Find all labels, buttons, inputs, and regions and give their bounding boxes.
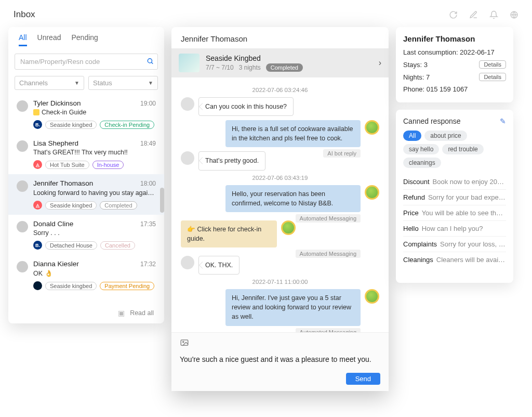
compose-icon[interactable]	[469, 10, 478, 19]
canned-filter-chip[interactable]: about price	[424, 131, 467, 141]
message-bubble: Hello, your reservation has been confirm…	[225, 185, 361, 212]
message-source-badge: Automated Messaging	[296, 250, 361, 258]
profile-line: Nights: 7Details	[403, 71, 506, 83]
host-message: Hi, Jennifer. I've just gave you a 5 sta…	[181, 289, 379, 325]
status-chip: In-house	[92, 161, 124, 169]
channel-icon: B.	[33, 120, 42, 129]
guest-message: OK. THX.	[181, 256, 296, 275]
mark-read-icon[interactable]: ▣	[118, 309, 125, 317]
timestamp: 2022-07-11 11:00:00	[181, 279, 379, 285]
reservation-status: Completed	[266, 63, 303, 72]
guest-name: Dianna Kiesler	[33, 260, 79, 268]
conversation-item[interactable]: Tyler Dickinson19:00 Check-in Guide B. S…	[8, 94, 164, 134]
host-message: 👉 Click here for check-in guide.	[181, 220, 296, 247]
send-button[interactable]: Send	[346, 373, 380, 385]
canned-filter-chip[interactable]: say hello	[403, 144, 439, 154]
avatar	[17, 221, 28, 232]
chat-guest-name: Jennifer Thomason	[171, 27, 389, 48]
stay-dates: 7/7 ~ 7/10	[206, 64, 234, 71]
status-chip: Check-in Pending	[100, 121, 154, 129]
message-time: 18:49	[140, 140, 156, 147]
canned-item[interactable]: CleaningsCleaners will be availabl...	[403, 252, 506, 267]
chat-panel: Jennifer Thomason Seaside Kingbed 7/7 ~ …	[171, 27, 389, 391]
scrollbar-thumb[interactable]	[160, 188, 164, 213]
chat-messages: 2022-07-06 03:24:46Can you cook in this …	[171, 77, 389, 332]
globe-icon[interactable]	[510, 10, 518, 19]
message-preview: Sorry . . .	[33, 229, 156, 237]
canned-filter-chip[interactable]: cleanings	[403, 158, 441, 168]
message-bubble: Can you cook in this house?	[198, 97, 294, 116]
reservation-bar[interactable]: Seaside Kingbed 7/7 ~ 7/10 3 nights Comp…	[171, 48, 389, 77]
message-bubble: OK. THX.	[198, 256, 240, 275]
profile-line: Last consumption: 2022-06-17	[403, 46, 506, 58]
conversation-item[interactable]: Jennifer Thomason18:00 Looking forward t…	[8, 174, 164, 215]
message-time: 18:00	[140, 180, 156, 187]
guest-name: Jennifer Thomason	[33, 179, 93, 187]
avatar	[17, 180, 28, 192]
canned-value: How can I help you?	[422, 225, 483, 232]
tab-all[interactable]: All	[19, 33, 27, 46]
guest-name: Tyler Dickinson	[33, 99, 81, 107]
message-time: 17:32	[140, 260, 156, 268]
canned-value: You will be able to see the pri...	[422, 209, 506, 217]
message-source-badge: AI bot reply	[323, 149, 361, 158]
guest-message: Can you cook in this house?	[181, 97, 379, 116]
bell-icon[interactable]	[489, 10, 498, 19]
status-filter[interactable]: Status▼	[88, 76, 158, 90]
message-preview: Looking forward to having you stay again…	[33, 189, 156, 197]
conversation-item[interactable]: Donald Cline17:35 Sorry . . . B. Detache…	[8, 215, 164, 255]
channels-filter[interactable]: Channels▼	[15, 76, 84, 90]
details-button[interactable]: Details	[479, 60, 506, 69]
message-source-badge: Automated Messaging	[296, 214, 361, 223]
details-button[interactable]: Details	[479, 73, 506, 81]
message-preview: OK 👌	[33, 269, 156, 277]
page-title: Inbox	[14, 9, 35, 20]
conversation-item[interactable]: Dianna Kiesler17:32 OK 👌 Seaside kingbed…	[8, 255, 164, 295]
timestamp: 2022-07-06 03:43:19	[181, 175, 379, 181]
tab-unread[interactable]: Unread	[37, 33, 61, 46]
profile-name: Jennifer Thomason	[403, 34, 506, 43]
image-attach-icon[interactable]	[180, 338, 189, 350]
channel-icon: ◬	[33, 201, 42, 210]
guest-message: That's pretty good.	[181, 151, 323, 170]
search-input[interactable]	[15, 54, 158, 70]
canned-item[interactable]: HelloHow can I help you?	[403, 220, 506, 236]
host-avatar	[365, 289, 379, 304]
host-avatar	[281, 220, 296, 235]
canned-key: Hello	[403, 225, 419, 232]
compose-text[interactable]: You're such a nice guest and it was a pl…	[180, 353, 380, 373]
message-preview: That's GREAT!!! Thx very much!!	[33, 149, 156, 156]
canned-value: Sorry for your bad experien...	[428, 193, 506, 201]
property-name: Seaside Kingbed	[206, 54, 373, 62]
canned-item[interactable]: PriceYou will be able to see the pri...	[403, 205, 506, 220]
message-bubble: 👉 Click here for check-in guide.	[181, 220, 277, 247]
canned-item[interactable]: DiscountBook now to enjoy 20% d...	[403, 174, 506, 189]
canned-filter-chip[interactable]: red trouble	[442, 144, 483, 154]
canned-item[interactable]: RefundSorry for your bad experien...	[403, 189, 506, 205]
tab-pending[interactable]: Pending	[71, 33, 98, 46]
canned-filter-chip[interactable]: All	[403, 131, 421, 141]
canned-key: Complaints	[403, 240, 437, 248]
conversation-item[interactable]: Lisa Shepherd18:49 That's GREAT!!! Thx v…	[8, 134, 164, 174]
avatar	[17, 140, 28, 152]
timestamp: 2022-07-06 03:24:46	[181, 87, 379, 93]
canned-response-card: Canned response ✎ Allabout pricesay hell…	[396, 110, 513, 283]
message-source-badge: Automated Messaging	[296, 328, 361, 333]
host-avatar	[365, 120, 379, 135]
message-bubble: Hi, Jennifer. I've just gave you a 5 sta…	[225, 289, 361, 325]
status-chip: Seaside kingbed	[45, 201, 97, 210]
status-chip: Detached House	[45, 241, 97, 250]
status-chip: Cancelled	[100, 241, 135, 250]
refresh-icon[interactable]	[449, 10, 458, 19]
message-time: 19:00	[140, 100, 156, 107]
avatar	[181, 256, 194, 269]
pin-icon[interactable]: ✎	[500, 117, 506, 125]
svg-point-1	[148, 58, 152, 62]
read-all-link[interactable]: Read all	[130, 309, 154, 317]
canned-key: Cleanings	[403, 256, 433, 264]
canned-key: Refund	[403, 193, 425, 201]
canned-title: Canned response	[403, 117, 461, 125]
chevron-down-icon: ▼	[148, 80, 153, 86]
search-icon[interactable]	[147, 57, 154, 66]
canned-item[interactable]: ComplaintsSorry for your loss, I'll p...	[403, 236, 506, 252]
